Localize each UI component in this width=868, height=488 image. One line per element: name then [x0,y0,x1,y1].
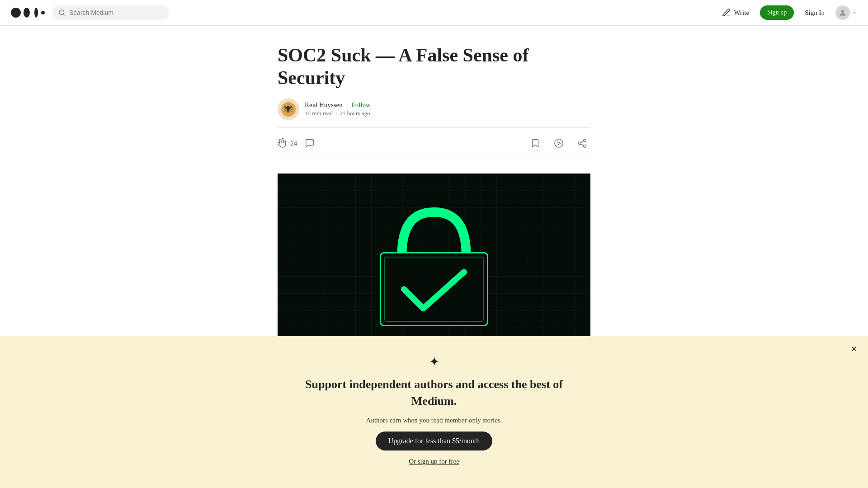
article-meta: 10 min read · 21 hours ago [305,110,371,117]
article-title: SOC2 Suck — A False Sense of Security [278,44,590,89]
site-header: Write Sign up Sign In [0,0,868,26]
signin-button[interactable]: Sign In [805,9,825,17]
clap-icon [278,138,288,148]
user-menu[interactable] [835,5,857,20]
share-icon [577,138,587,148]
clap-button[interactable]: 24 [278,138,297,148]
medium-logo[interactable] [11,6,45,19]
clap-count: 24 [290,140,297,147]
svg-point-12 [579,142,581,145]
svg-marker-10 [558,141,561,145]
author-info: Reid Huyssen · Follow 10 min read · 21 h… [305,101,371,117]
action-bar: 24 [278,127,590,159]
author-name: Reid Huyssen [305,101,343,109]
share-button[interactable] [574,135,590,151]
article-image-container [278,174,590,354]
svg-text:🕷: 🕷 [284,104,293,114]
write-icon [722,8,731,18]
membership-banner: × ✦ Support independent authors and acce… [0,336,868,354]
save-icon [530,138,540,148]
svg-point-3 [41,11,45,14]
author-avatar[interactable]: 🕷 [278,99,299,120]
svg-point-1 [24,8,30,18]
time-ago: 21 hours ago [340,110,370,117]
play-icon [554,138,564,148]
chevron-down-icon [852,10,857,15]
user-icon [838,8,847,17]
avatar[interactable] [835,5,850,20]
comment-button[interactable] [305,138,315,148]
header-left [11,5,170,20]
svg-point-13 [584,145,586,147]
action-bar-right [527,135,590,151]
signup-button[interactable]: Sign up [760,5,794,20]
author-name-row: Reid Huyssen · Follow [305,101,371,109]
svg-point-4 [59,10,64,15]
search-input[interactable] [69,9,163,16]
svg-point-9 [555,139,563,147]
avatar-svg: 🕷 [278,99,299,120]
search-icon [58,9,66,16]
write-button[interactable]: Write [722,8,750,18]
svg-line-14 [581,144,584,145]
search-bar[interactable] [52,5,170,20]
save-button[interactable] [527,135,543,151]
svg-line-15 [581,141,584,143]
svg-rect-49 [381,253,488,325]
svg-point-5 [841,9,844,13]
article-hero-image [278,174,590,354]
grid-background [278,174,590,345]
svg-point-11 [584,139,586,142]
action-bar-left: 24 [278,138,315,148]
comment-icon [305,138,315,148]
svg-point-0 [11,8,21,18]
article-content: SOC2 Suck — A False Sense of Security 🕷 … [267,26,601,354]
read-time: 10 min read [305,110,333,117]
listen-button[interactable] [551,135,567,151]
avatar-image: 🕷 [278,99,299,120]
follow-button[interactable]: Follow [352,101,371,109]
author-row: 🕷 Reid Huyssen · Follow 10 min read · 21… [278,99,590,120]
banner-close-button[interactable]: × [851,343,857,354]
header-right: Write Sign up Sign In [722,5,858,20]
svg-point-2 [34,8,38,18]
